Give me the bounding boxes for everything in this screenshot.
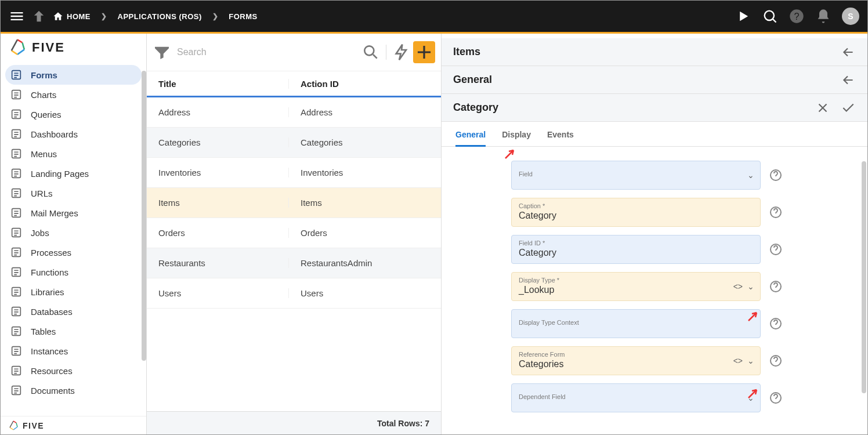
cell-title: Categories bbox=[147, 137, 289, 147]
sidebar-item-label: Resources bbox=[31, 366, 73, 376]
breadcrumb-home[interactable]: HOME bbox=[53, 11, 91, 21]
help-icon[interactable] bbox=[769, 168, 783, 182]
help-icon[interactable] bbox=[769, 391, 783, 405]
tab-events[interactable]: Events bbox=[547, 130, 574, 146]
chevron-right-icon: ❯ bbox=[101, 12, 107, 20]
filter-icon[interactable] bbox=[153, 43, 171, 61]
sidebar-item-label: Menus bbox=[31, 149, 57, 159]
field-label: Caption * bbox=[519, 202, 753, 209]
sidebar-item-documents[interactable]: Documents bbox=[5, 380, 142, 400]
form-area: Field ⌄ Caption * Category Field ID * bbox=[442, 147, 867, 434]
chevron-down-icon[interactable]: ⌄ bbox=[747, 282, 754, 291]
up-arrow-icon[interactable] bbox=[31, 8, 47, 24]
scrollbar[interactable] bbox=[142, 71, 146, 361]
code-icon[interactable]: <> bbox=[733, 356, 743, 365]
field-field-id[interactable]: Field ID * Category bbox=[511, 235, 761, 264]
field-value: Category bbox=[519, 248, 753, 258]
sidebar-item-urls[interactable]: URLs bbox=[5, 183, 142, 203]
sidebar-item-label: Queries bbox=[31, 110, 62, 119]
sidebar-item-resources[interactable]: Resources bbox=[5, 361, 142, 380]
breadcrumb: HOME ❯ APPLICATIONS (ROS) ❯ FORMS bbox=[53, 11, 258, 21]
field-caption[interactable]: Caption * Category bbox=[511, 198, 761, 227]
list-footer: Total Rows: 7 bbox=[147, 411, 441, 434]
nav-icon bbox=[10, 206, 23, 219]
breadcrumb-applications[interactable]: APPLICATIONS (ROS) bbox=[118, 12, 202, 21]
sidebar-item-queries[interactable]: Queries bbox=[5, 104, 142, 124]
cell-action-id: Address bbox=[289, 107, 441, 117]
sidebar-item-functions[interactable]: Functions bbox=[5, 262, 142, 282]
panel-title: Items bbox=[453, 46, 480, 58]
chevron-down-icon[interactable]: ⌄ bbox=[747, 393, 754, 403]
sidebar-item-tables[interactable]: Tables bbox=[5, 321, 142, 341]
check-icon[interactable] bbox=[841, 100, 856, 115]
sidebar-item-processes[interactable]: Processes bbox=[5, 242, 142, 262]
hamburger-icon[interactable] bbox=[9, 8, 25, 24]
search-input[interactable] bbox=[173, 44, 359, 61]
cell-title: Address bbox=[147, 107, 289, 117]
sidebar-item-forms[interactable]: Forms bbox=[5, 65, 142, 85]
sidebar-item-jobs[interactable]: Jobs bbox=[5, 223, 142, 242]
svg-text:?: ? bbox=[794, 11, 799, 21]
sidebar-item-instances[interactable]: Instances bbox=[5, 341, 142, 361]
detail-panel: Items General Category General bbox=[442, 34, 867, 434]
brand-text: FIVE bbox=[23, 421, 44, 430]
scrollbar[interactable] bbox=[862, 161, 866, 393]
sidebar-item-dashboards[interactable]: Dashboards bbox=[5, 124, 142, 144]
sidebar-item-mail-merges[interactable]: Mail Merges bbox=[5, 203, 142, 223]
code-icon[interactable]: <> bbox=[733, 282, 743, 291]
bell-icon[interactable] bbox=[815, 8, 831, 24]
cell-title: Items bbox=[147, 198, 289, 208]
sidebar-item-libraries[interactable]: Libraries bbox=[5, 282, 142, 302]
field-field[interactable]: Field ⌄ bbox=[511, 161, 761, 190]
tab-general[interactable]: General bbox=[455, 130, 486, 146]
chevron-right-icon: ❯ bbox=[212, 12, 219, 20]
table-row[interactable]: InventoriesInventories bbox=[147, 158, 441, 188]
table-row[interactable]: AddressAddress bbox=[147, 97, 441, 128]
field-dependent-field[interactable]: Dependent Field ⌄ bbox=[511, 383, 761, 412]
sidebar-item-landing-pages[interactable]: Landing Pages bbox=[5, 164, 142, 183]
close-icon[interactable] bbox=[815, 100, 830, 115]
cell-action-id: Items bbox=[289, 198, 441, 208]
field-display-type-context[interactable]: Display Type Context bbox=[511, 309, 761, 338]
help-icon[interactable] bbox=[769, 280, 783, 293]
nav-icon bbox=[10, 128, 23, 140]
sidebar-item-label: Tables bbox=[31, 327, 56, 336]
field-value: _Lookup bbox=[519, 285, 753, 295]
help-icon[interactable]: ? bbox=[789, 8, 805, 24]
sidebar-item-menus[interactable]: Menus bbox=[5, 144, 142, 164]
table-row[interactable]: CategoriesCategories bbox=[147, 128, 441, 158]
tab-display[interactable]: Display bbox=[502, 130, 531, 146]
svg-point-20 bbox=[364, 46, 374, 55]
col-action-id[interactable]: Action ID bbox=[289, 79, 441, 89]
nav-icon bbox=[10, 226, 23, 239]
nav-icon bbox=[10, 345, 23, 357]
search-icon[interactable] bbox=[361, 43, 380, 61]
cell-action-id: Users bbox=[289, 288, 441, 298]
breadcrumb-forms[interactable]: FORMS bbox=[229, 12, 257, 21]
bolt-icon[interactable] bbox=[392, 43, 411, 61]
chevron-down-icon[interactable]: ⌄ bbox=[747, 356, 754, 365]
table-row[interactable]: RestaurantsRestaurantsAdmin bbox=[147, 248, 441, 278]
table-row[interactable]: OrdersOrders bbox=[147, 218, 441, 248]
sidebar-item-charts[interactable]: Charts bbox=[5, 85, 142, 104]
help-icon[interactable] bbox=[769, 205, 783, 219]
table-row[interactable]: UsersUsers bbox=[147, 278, 441, 309]
nav-icon bbox=[10, 147, 23, 160]
add-button[interactable] bbox=[413, 41, 435, 63]
help-icon[interactable] bbox=[769, 354, 783, 368]
help-icon[interactable] bbox=[769, 317, 783, 331]
help-icon[interactable] bbox=[769, 242, 783, 256]
search-globe-icon[interactable] bbox=[762, 8, 778, 24]
field-display-type[interactable]: Display Type * _Lookup <> ⌄ bbox=[511, 272, 761, 301]
play-icon[interactable] bbox=[735, 8, 751, 24]
back-arrow-icon[interactable] bbox=[841, 72, 856, 88]
sidebar-item-databases[interactable]: Databases bbox=[5, 302, 142, 321]
field-reference-form[interactable]: Reference Form Categories <> ⌄ bbox=[511, 346, 761, 375]
col-title[interactable]: Title bbox=[147, 79, 289, 89]
chevron-down-icon[interactable]: ⌄ bbox=[747, 171, 754, 180]
table-row[interactable]: ItemsItems bbox=[147, 188, 441, 218]
sidebar-item-label: URLs bbox=[31, 188, 53, 198]
sidebar: FIVE FormsChartsQueriesDashboardsMenusLa… bbox=[1, 34, 147, 434]
back-arrow-icon[interactable] bbox=[841, 45, 856, 60]
avatar[interactable]: S bbox=[842, 8, 859, 25]
